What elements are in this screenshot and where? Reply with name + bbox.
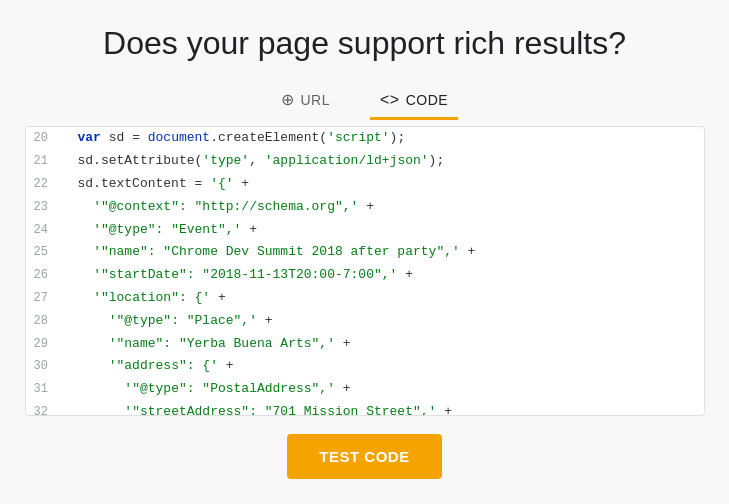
bottom-bar: TEST CODE <box>0 416 729 489</box>
code-line: 22 sd.textContent = '{' + <box>26 173 704 196</box>
code-line: 32 '"streetAddress": "701 Mission Street… <box>26 401 704 416</box>
line-number: 25 <box>26 241 58 264</box>
globe-icon: ⊕ <box>281 90 295 109</box>
code-line: 31 '"@type": "PostalAddress",' + <box>26 378 704 401</box>
code-line: 27 '"location": {' + <box>26 287 704 310</box>
line-code: '"@type": "PostalAddress",' + <box>58 378 704 401</box>
line-code: sd.setAttribute('type', 'application/ld+… <box>58 150 704 173</box>
line-code: '"streetAddress": "701 Mission Street",'… <box>58 401 704 416</box>
line-number: 31 <box>26 378 58 401</box>
line-number: 23 <box>26 196 58 219</box>
tab-url[interactable]: ⊕ URL <box>271 82 340 120</box>
test-code-button[interactable]: TEST CODE <box>287 434 441 479</box>
line-code: '"name": "Yerba Buena Arts",' + <box>58 333 704 356</box>
line-number: 26 <box>26 264 58 287</box>
code-line: 21 sd.setAttribute('type', 'application/… <box>26 150 704 173</box>
line-code: '"name": "Chrome Dev Summit 2018 after p… <box>58 241 704 264</box>
code-editor: 20 var sd = document.createElement('scri… <box>25 126 705 416</box>
line-number: 32 <box>26 401 58 416</box>
line-code: var sd = document.createElement('script'… <box>58 127 704 150</box>
code-line: 26 '"startDate": "2018-11-13T20:00-7:00"… <box>26 264 704 287</box>
line-code: sd.textContent = '{' + <box>58 173 704 196</box>
line-code: '"@type": "Place",' + <box>58 310 704 333</box>
line-number: 29 <box>26 333 58 356</box>
line-code: '"location": {' + <box>58 287 704 310</box>
code-line: 24 '"@type": "Event",' + <box>26 219 704 242</box>
tab-url-label: URL <box>300 92 330 108</box>
line-number: 21 <box>26 150 58 173</box>
line-code: '"@type": "Event",' + <box>58 219 704 242</box>
page-header: Does your page support rich results? <box>0 0 729 72</box>
line-code: '"startDate": "2018-11-13T20:00-7:00",' … <box>58 264 704 287</box>
code-line: 30 '"address": {' + <box>26 355 704 378</box>
code-line: 20 var sd = document.createElement('scri… <box>26 127 704 150</box>
page-title: Does your page support rich results? <box>30 24 699 62</box>
tab-code[interactable]: <> CODE <box>370 83 458 120</box>
code-icon: <> <box>380 91 400 109</box>
code-table: 20 var sd = document.createElement('scri… <box>26 127 704 416</box>
line-number: 27 <box>26 287 58 310</box>
line-number: 30 <box>26 355 58 378</box>
line-code: '"@context": "http://schema.org",' + <box>58 196 704 219</box>
code-line: 29 '"name": "Yerba Buena Arts",' + <box>26 333 704 356</box>
code-line: 23 '"@context": "http://schema.org",' + <box>26 196 704 219</box>
line-number: 22 <box>26 173 58 196</box>
line-number: 28 <box>26 310 58 333</box>
tab-code-label: CODE <box>406 92 448 108</box>
line-number: 20 <box>26 127 58 150</box>
line-code: '"address": {' + <box>58 355 704 378</box>
tab-bar: ⊕ URL <> CODE <box>271 82 458 120</box>
code-line: 28 '"@type": "Place",' + <box>26 310 704 333</box>
line-number: 24 <box>26 219 58 242</box>
code-line: 25 '"name": "Chrome Dev Summit 2018 afte… <box>26 241 704 264</box>
